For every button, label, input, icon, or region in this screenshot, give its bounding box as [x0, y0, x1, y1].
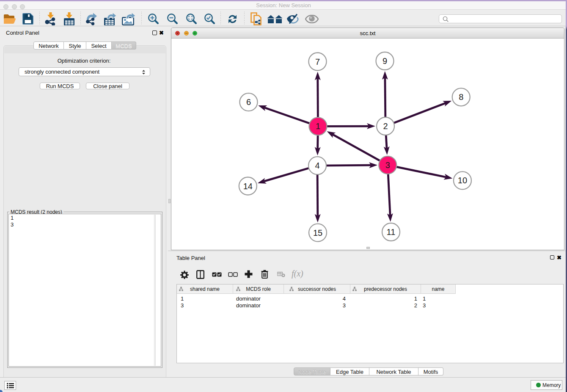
svg-text:8: 8 [459, 92, 463, 102]
svg-text:1: 1 [316, 121, 320, 131]
svg-text:4: 4 [315, 161, 319, 170]
svg-text:10: 10 [458, 176, 467, 185]
svg-text:7: 7 [315, 57, 320, 66]
svg-text:15: 15 [313, 228, 322, 237]
svg-text:6: 6 [246, 97, 251, 107]
svg-text:3: 3 [385, 160, 390, 170]
svg-text:11: 11 [387, 227, 396, 237]
svg-text:2: 2 [383, 121, 388, 131]
svg-text:9: 9 [383, 56, 387, 66]
svg-text:14: 14 [243, 182, 253, 191]
